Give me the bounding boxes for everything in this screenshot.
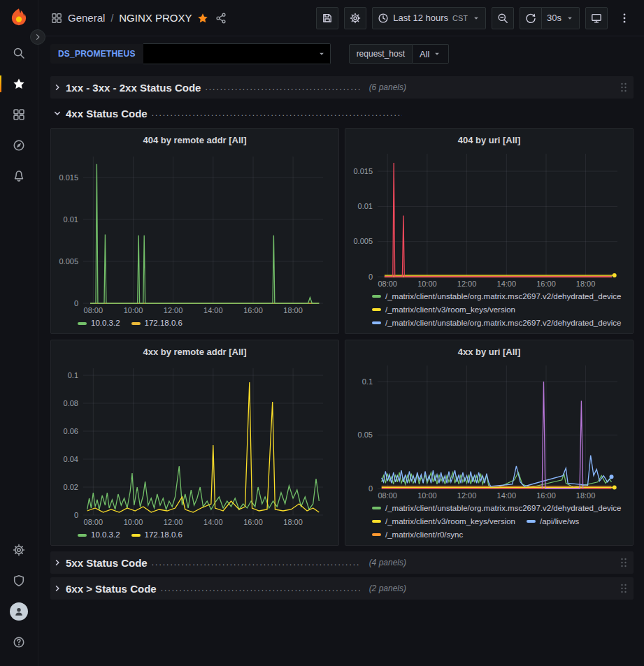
breadcrumb-folder[interactable]: General [68, 12, 105, 24]
panel-title[interactable]: 404 by uri [All] [351, 131, 627, 147]
legend-item[interactable]: /_matrix/client/unstable/org.matrix.msc2… [372, 502, 622, 514]
grafana-logo[interactable] [8, 7, 29, 28]
legend-item[interactable]: /sw.js [527, 331, 559, 333]
sidebar-item-help[interactable] [5, 628, 33, 656]
time-series-chart[interactable]: 00.0050.010.01508:0010:0012:0014:0016:00… [57, 150, 333, 316]
panel-404-by-uri: 404 by uri [All] 00.0050.010.01508:0010:… [345, 128, 634, 334]
chevron-right-icon [53, 83, 62, 92]
legend-item[interactable]: 172.18.0.6 [131, 317, 183, 329]
request-host-value-dropdown[interactable]: All [413, 44, 449, 64]
drag-handle-icon[interactable] [617, 581, 631, 595]
sidebar-item-starred[interactable] [5, 70, 33, 98]
legend-swatch [372, 507, 381, 509]
sidebar-item-alerting[interactable] [5, 162, 33, 190]
legend-item[interactable]: /_matrix/client/unstable/org.matrix.msc2… [372, 542, 622, 545]
legend-item[interactable]: 10.0.3.2 [78, 529, 120, 541]
gear-icon [350, 13, 361, 24]
legend-item[interactable]: /_matrix/client/v3/room_keys/version [372, 331, 515, 333]
row-leader-dots: ........................................… [152, 551, 361, 574]
breadcrumb-dashboard-title[interactable]: NGINX PROXY [119, 12, 192, 24]
row-leader-dots: ........................................… [205, 76, 360, 99]
row-4xx[interactable]: 4xx Status Code ........................… [50, 102, 634, 124]
svg-text:08:00: 08:00 [84, 306, 103, 314]
favorite-star-icon[interactable] [197, 13, 208, 24]
legend-item[interactable]: 10.0.3.2 [78, 317, 120, 329]
save-dashboard-button[interactable] [316, 7, 338, 29]
svg-text:14:00: 14:00 [497, 280, 517, 288]
sidebar-item-configuration[interactable] [5, 536, 33, 564]
timezone-badge: CST [452, 14, 468, 22]
time-range-picker[interactable]: Last 12 hours CST [372, 7, 486, 29]
svg-text:18:00: 18:00 [576, 491, 596, 500]
svg-text:12:00: 12:00 [164, 306, 183, 314]
svg-text:10:00: 10:00 [124, 306, 143, 314]
search-icon [13, 47, 25, 59]
chevron-right-icon [53, 584, 62, 593]
legend-item[interactable]: /_matrix/client/r0/sync [372, 529, 463, 541]
legend-swatch [372, 321, 381, 324]
row-6xx[interactable]: 6xx > Status Code ......................… [50, 577, 634, 600]
legend-item[interactable]: /api/live/ws [527, 516, 579, 528]
panel-title[interactable]: 4xx by remote addr [All] [57, 343, 333, 361]
svg-text:0: 0 [368, 484, 373, 492]
svg-text:0: 0 [74, 299, 78, 307]
share-icon[interactable] [215, 13, 227, 24]
row-title: 1xx - 3xx - 2xx Status Code [66, 82, 201, 94]
time-series-chart[interactable]: 00.020.040.060.080.108:0010:0012:0014:00… [57, 361, 333, 528]
panel-legend: 10.0.3.2172.18.0.6 [57, 528, 333, 541]
svg-text:16:00: 16:00 [243, 306, 263, 314]
row-1xx-3xx-2xx[interactable]: 1xx - 3xx - 2xx Status Code ............… [50, 76, 634, 99]
svg-text:10:00: 10:00 [417, 491, 437, 500]
legend-swatch [372, 308, 381, 311]
dashboard-settings-button[interactable] [344, 7, 366, 29]
datasource-variable-label[interactable]: DS_PROMETHEUS [50, 44, 143, 64]
datasource-variable-value[interactable] [143, 43, 331, 64]
zoom-out-icon [497, 13, 508, 24]
tv-mode-button[interactable] [585, 7, 608, 29]
svg-text:08:00: 08:00 [378, 280, 397, 288]
compass-icon [13, 139, 25, 152]
more-options-button[interactable] [613, 7, 636, 29]
legend-swatch [372, 533, 381, 536]
sidebar-item-dashboards[interactable] [5, 101, 33, 129]
row-leader-dots: ........................................… [152, 102, 402, 124]
svg-text:0.01: 0.01 [64, 215, 78, 224]
sidebar-item-search[interactable] [5, 39, 33, 67]
sidebar-item-explore[interactable] [5, 131, 33, 159]
gear-icon [13, 544, 25, 556]
legend-item[interactable]: /_matrix/client/unstable/org.matrix.msc2… [372, 317, 622, 329]
caret-down-icon [566, 14, 574, 22]
caret-down-icon [433, 50, 441, 58]
panel-title[interactable]: 404 by remote addr [All] [57, 131, 333, 150]
time-series-chart[interactable]: 00.050.108:0010:0012:0014:0016:0018:00 [351, 359, 627, 501]
sidebar-expand-button[interactable] [30, 29, 45, 45]
legend-swatch [372, 520, 381, 523]
row-title: 5xx Status Code [66, 557, 148, 569]
legend-item[interactable]: /_matrix/client/unstable/org.matrix.msc2… [372, 291, 622, 303]
row-panel-count: (4 panels) [369, 558, 406, 567]
save-icon [322, 13, 333, 24]
panel-title[interactable]: 4xx by uri [All] [351, 343, 627, 359]
sidebar-item-server-admin[interactable] [5, 567, 33, 595]
chevron-down-icon [53, 109, 62, 117]
svg-text:0.01: 0.01 [358, 201, 373, 210]
bell-icon [13, 170, 25, 182]
refresh-interval-dropdown[interactable]: 30s [542, 7, 580, 29]
legend-item[interactable]: /_matrix/client/v3/room_keys/version [372, 516, 515, 528]
svg-text:0.005: 0.005 [59, 257, 78, 266]
time-series-chart[interactable]: 00.0050.010.01508:0010:0012:0014:0016:00… [351, 147, 627, 289]
legend-item[interactable]: /_matrix/client/v3/room_keys/version [372, 304, 515, 316]
avatar [10, 602, 28, 621]
top-navigation-bar: General / NGINX PROXY Last 12 hours CST … [38, 0, 644, 36]
zoom-out-time-button[interactable] [492, 7, 514, 29]
drag-handle-icon[interactable] [617, 80, 631, 94]
svg-text:0.015: 0.015 [59, 173, 78, 182]
sidebar-item-profile[interactable] [5, 598, 33, 625]
variables-bar: DS_PROMETHEUS request_host All [38, 36, 644, 70]
row-5xx[interactable]: 5xx Status Code ........................… [50, 551, 634, 574]
caret-down-icon [472, 14, 480, 22]
drag-handle-icon[interactable] [617, 556, 631, 570]
legend-item[interactable]: 172.18.0.6 [131, 529, 183, 541]
refresh-button[interactable] [520, 7, 542, 29]
refresh-interval-value: 30s [547, 13, 561, 23]
